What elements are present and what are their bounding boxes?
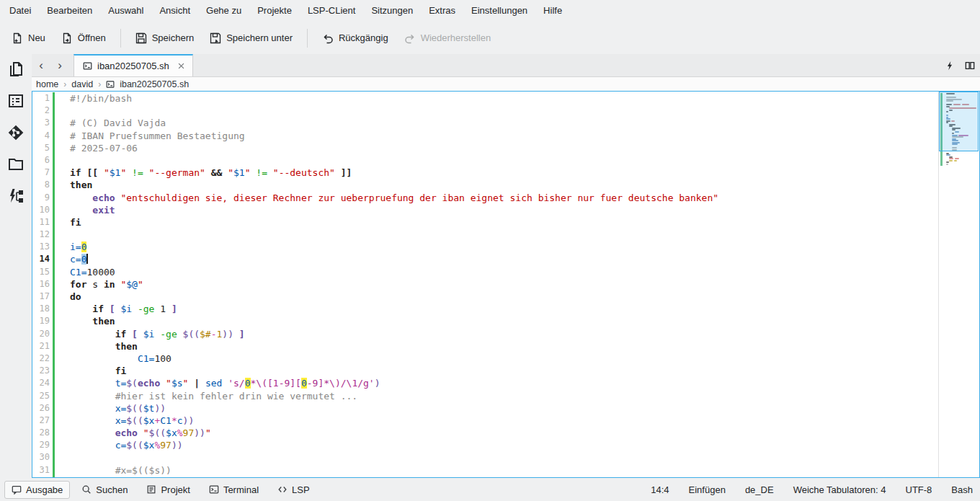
line-number[interactable]: 5	[32, 142, 50, 154]
code-line[interactable]: 16for s in "$@"	[32, 278, 938, 291]
sidebar-tool-git[interactable]	[4, 122, 27, 143]
code-line[interactable]: 14c=0	[32, 253, 938, 265]
line-number[interactable]: 12	[32, 229, 50, 241]
breadcrumb-segment-home[interactable]: home	[36, 79, 58, 89]
menu-item-sitzungen[interactable]: Sitzungen	[363, 0, 421, 22]
code-line[interactable]: 15C1=10000	[32, 266, 938, 278]
breadcrumb-segment-david[interactable]: david	[71, 79, 93, 89]
line-number[interactable]: 7	[32, 167, 50, 179]
code-line[interactable]: 13i=0	[32, 241, 938, 253]
line-number[interactable]: 17	[32, 291, 50, 303]
menu-item-extras[interactable]: Extras	[421, 0, 463, 22]
line-number[interactable]: 29	[32, 439, 50, 451]
code-line[interactable]: 22 C1=100	[32, 353, 938, 365]
code-line[interactable]: 7if [[ "$1" != "--german" && "$1" != "--…	[32, 167, 938, 179]
statusbar-button-projekt[interactable]: Projekt	[139, 481, 197, 499]
menu-item-hilfe[interactable]: Hilfe	[535, 0, 570, 22]
code-line[interactable]: 30	[32, 451, 938, 464]
code-line[interactable]: 17do	[32, 291, 938, 303]
line-number[interactable]: 3	[32, 117, 50, 129]
menu-item-gehe-zu[interactable]: Gehe zu	[198, 0, 249, 22]
history-back-button[interactable]: ‹	[32, 54, 50, 76]
toolbar-button-r-ckg-ngig[interactable]: Rückgängig	[315, 27, 396, 50]
code-line[interactable]: 18 if [ $i -ge 1 ]	[32, 303, 938, 315]
tab-iban20250705-sh[interactable]: iban20250705.sh	[74, 54, 193, 76]
statusbar-button-terminal[interactable]: Terminal	[202, 481, 266, 499]
line-number[interactable]: 31	[32, 464, 50, 476]
line-number[interactable]: 13	[32, 241, 50, 253]
line-number[interactable]: 19	[32, 315, 50, 327]
statusbar-button-lsp[interactable]: LSP	[270, 481, 317, 499]
status-dictionary[interactable]: de_DE	[745, 484, 774, 495]
line-number[interactable]: 16	[32, 278, 50, 291]
line-number[interactable]: 21	[32, 340, 50, 353]
line-number[interactable]: 10	[32, 204, 50, 216]
sidebar-tool-documents[interactable]	[4, 58, 27, 80]
code-line[interactable]: 20 if [ $i -ge $(($#-1)) ]	[32, 328, 938, 340]
menu-item-projekte[interactable]: Projekte	[249, 0, 300, 22]
toolbar-button-speichern[interactable]: Speichern	[128, 27, 202, 50]
history-forward-button[interactable]: ›	[50, 54, 69, 76]
toolbar-button-ffnen[interactable]: Öffnen	[54, 27, 113, 50]
code-line[interactable]: 4# IBAN Pruefsummen Bestaetigung	[32, 130, 938, 142]
line-number[interactable]: 32	[32, 476, 50, 477]
sidebar-tool-document-outline[interactable]	[4, 90, 27, 112]
toolbar-button-neu[interactable]: Neu	[4, 27, 53, 50]
line-number[interactable]: 11	[32, 216, 50, 229]
minimap-viewport[interactable]	[939, 92, 979, 151]
menu-item-ansicht[interactable]: Ansicht	[151, 0, 198, 22]
line-number[interactable]: 9	[32, 192, 50, 204]
status-tab-mode[interactable]: Weiche Tabulatoren: 4	[793, 484, 886, 495]
code-line[interactable]: 27 x=$(($x+C1*c))	[32, 414, 938, 427]
code-line[interactable]: 19 then	[32, 315, 938, 327]
line-number[interactable]: 6	[32, 154, 50, 167]
code-line[interactable]: 2	[32, 105, 938, 117]
line-number[interactable]: 18	[32, 303, 50, 315]
code-line[interactable]: 26 x=$(($t))	[32, 402, 938, 414]
line-number[interactable]: 28	[32, 427, 50, 439]
line-number[interactable]: 4	[32, 130, 50, 142]
line-number[interactable]: 27	[32, 414, 50, 427]
line-number[interactable]: 25	[32, 390, 50, 402]
code-line[interactable]: 6	[32, 154, 938, 167]
sidebar-tool-filesystem-browser[interactable]	[4, 154, 27, 175]
tab-close-icon[interactable]	[177, 62, 185, 70]
code-line[interactable]: 31 #x=$(($s))	[32, 464, 938, 476]
line-number[interactable]: 15	[32, 266, 50, 278]
status-cursor-position[interactable]: 14:4	[651, 484, 669, 495]
line-number[interactable]: 26	[32, 402, 50, 414]
status-input-mode[interactable]: Einfügen	[689, 484, 726, 495]
line-number[interactable]: 24	[32, 377, 50, 389]
code-line[interactable]: 1#!/bin/bash	[32, 92, 938, 105]
line-number[interactable]: 22	[32, 353, 50, 365]
line-number[interactable]: 14	[32, 253, 50, 265]
menu-item-einstellungen[interactable]: Einstellungen	[463, 0, 535, 22]
code-line[interactable]: 23 fi	[32, 365, 938, 377]
line-number[interactable]: 8	[32, 179, 50, 191]
code-line[interactable]: 10 exit	[32, 204, 938, 216]
editor-view[interactable]: 1#!/bin/bash23# (C) David Vajda4# IBAN P…	[32, 91, 980, 478]
breadcrumb-file[interactable]: iban20250705.sh	[120, 79, 189, 89]
menu-item-bearbeiten[interactable]: Bearbeiten	[39, 0, 100, 22]
code-line[interactable]: 21 then	[32, 340, 938, 353]
code-line[interactable]: 25 #hier ist kein fehler drin wie vermut…	[32, 390, 938, 402]
minimap[interactable]	[938, 92, 979, 477]
status-encoding[interactable]: UTF-8	[906, 484, 932, 495]
menu-item-lsp-client[interactable]: LSP-CLient	[300, 0, 363, 22]
code-area[interactable]: 1#!/bin/bash23# (C) David Vajda4# IBAN P…	[32, 92, 938, 477]
code-line[interactable]: 8then	[32, 179, 938, 191]
code-line[interactable]: 12	[32, 229, 938, 241]
line-number[interactable]: 20	[32, 328, 50, 340]
code-line[interactable]: 29 c=$(($x%97))	[32, 439, 938, 451]
code-line[interactable]: 9 echo "entschuldigen sie, dieser Rechne…	[32, 192, 938, 204]
line-number[interactable]: 23	[32, 365, 50, 377]
line-number[interactable]: 1	[32, 92, 50, 105]
code-line[interactable]: 32 #echo "$x"	[32, 476, 938, 477]
line-number[interactable]: 2	[32, 105, 50, 117]
statusbar-button-ausgabe[interactable]: Ausgabe	[4, 481, 70, 499]
status-syntax-mode[interactable]: Bash	[951, 484, 973, 495]
split-view-button[interactable]	[960, 54, 980, 76]
menu-item-datei[interactable]: Datei	[1, 0, 39, 22]
code-line[interactable]: 3# (C) David Vajda	[32, 117, 938, 129]
code-line[interactable]: 24 t=$(echo "$s" | sed 's/0*\([1-9][0-9]…	[32, 377, 938, 389]
